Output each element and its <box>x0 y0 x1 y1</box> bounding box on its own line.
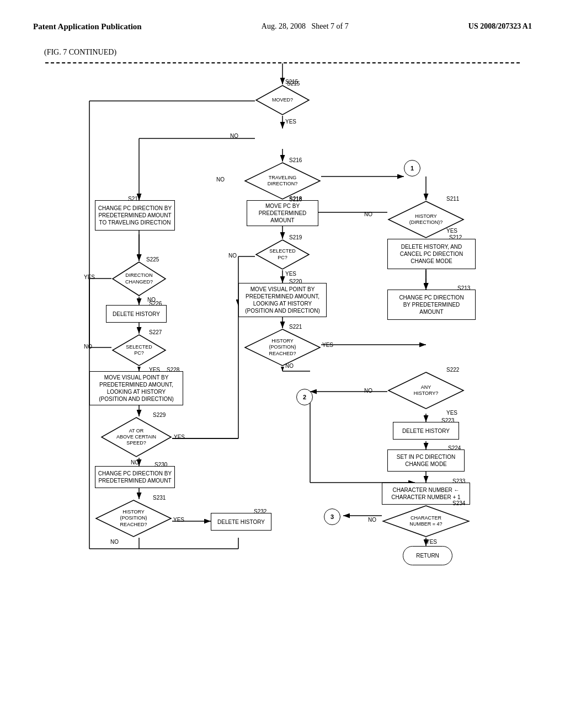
label-s213: S213 <box>457 285 470 291</box>
no-traveling: NO <box>216 176 225 183</box>
patent-page: Patent Application Publication Aug. 28, … <box>0 0 565 728</box>
yes-history-231: YES <box>173 517 184 523</box>
yes-speed: YES <box>174 434 185 440</box>
no-history-221: NO <box>285 363 294 369</box>
figure-label: (FIG. 7 CONTINUED) <box>44 48 532 57</box>
box-change-pc-230: CHANGE PC DIRECTION BYPREDETERMINED AMOU… <box>95 466 175 488</box>
label-s217: S217 <box>128 196 141 202</box>
box-return: RETURN <box>403 546 452 565</box>
label-s218: S218 <box>289 196 302 202</box>
diamond-selected-pc-227: SELECTEDPC? <box>111 334 167 367</box>
yes-history-dir: YES <box>446 228 457 234</box>
label-s228: S228 <box>167 367 179 373</box>
diamond-char-number-234: CHARACTERNUMBER = 4? <box>382 505 470 538</box>
label-s230: S230 <box>154 462 167 468</box>
no-moved: NO <box>230 133 238 139</box>
box-change-pc-217: CHANGE PC DIRECTION BYPREDETERMINED AMOU… <box>95 200 175 231</box>
box-delete-history-232: DELETE HISTORY <box>211 513 271 531</box>
no-char-number: NO <box>368 517 376 523</box>
label-s211: S211 <box>446 196 459 202</box>
label-s232: S232 <box>254 508 266 515</box>
header-title: Patent Application Publication <box>33 22 142 31</box>
diamond-traveling-direction: TRAVELINGDIRECTION? <box>244 162 321 200</box>
no-any-history: NO <box>364 388 372 394</box>
no-selected-227: NO <box>84 344 92 350</box>
yes-any-history: YES <box>446 410 457 416</box>
page-header: Patent Application Publication Aug. 28, … <box>33 22 532 31</box>
label-s225: S225 <box>146 256 159 263</box>
flowchart: S215 MOVED? S215 YES NO TRAVELINGDIRECTI… <box>40 63 525 670</box>
box-move-pc: MOVE PC BYPREDETERMINED AMOUNT <box>247 200 318 226</box>
box-change-pc-213: CHANGE PC DIRECTIONBY PREDETERMINEDAMOUN… <box>387 290 476 320</box>
diamond-moved: MOVED? <box>255 84 310 116</box>
yes-moved: YES <box>285 119 296 125</box>
label-s224: S224 <box>448 445 461 451</box>
yes-direction: YES <box>84 274 95 280</box>
label-s215-tag: S215 <box>287 81 300 87</box>
label-s221: S221 <box>289 324 302 330</box>
yes-selected-219: YES <box>285 271 296 277</box>
connector-2: 2 <box>296 389 313 405</box>
box-delete-history-226: DELETE HISTORY <box>106 305 167 323</box>
header-patent-number: US 2008/207323 A1 <box>468 22 532 31</box>
label-s219: S219 <box>289 234 302 240</box>
box-delete-history-223: DELETE HISTORY <box>393 422 459 440</box>
no-history-dir: NO <box>364 211 372 217</box>
yes-history-221: YES <box>322 342 333 348</box>
no-selected-219: NO <box>228 253 237 259</box>
diamond-selected-pc-219: SELECTEDPC? <box>255 239 310 270</box>
box-delete-cancel-212: DELETE HISTORY, ANDCANCEL PC DIRECTIONCH… <box>387 239 476 269</box>
connector-1: 1 <box>404 160 420 176</box>
label-s231: S231 <box>153 495 166 501</box>
label-s233: S233 <box>452 478 465 484</box>
diamond-history-pos-231: HISTORY(POSITION)REACHED? <box>95 499 172 538</box>
box-set-pc-224: SET IN PC DIRECTIONCHANGE MODE <box>387 449 465 472</box>
label-s229: S229 <box>153 412 166 418</box>
no-speed: NO <box>131 459 139 465</box>
diamond-speed-229: AT ORABOVE CERTAINSPEED? <box>100 416 172 458</box>
box-move-visual-220: MOVE VISUAL POINT BYPREDETERMINED AMOUNT… <box>238 283 327 317</box>
yes-char-number: YES <box>426 539 437 545</box>
box-move-visual-228: MOVE VISUAL POINT BYPREDETERMINED AMOUNT… <box>89 371 183 405</box>
no-history-231: NO <box>110 539 119 545</box>
label-s234: S234 <box>452 500 465 506</box>
header-date-sheet: Aug. 28, 2008 Sheet 7 of 7 <box>262 22 349 31</box>
label-s226: S226 <box>149 301 162 307</box>
label-s216-tag: S216 <box>289 157 302 163</box>
diamond-direction-changed: DIRECTIONCHANGED? <box>111 261 167 297</box>
diamond-any-history-222: ANYHISTORY? <box>387 371 465 410</box>
label-s223: S223 <box>441 417 454 424</box>
label-s227: S227 <box>149 329 162 335</box>
label-s222: S222 <box>446 367 459 373</box>
connector-3: 3 <box>324 508 340 525</box>
diamond-history-pos-221: HISTORY(POSITION)REACHED? <box>244 328 321 367</box>
